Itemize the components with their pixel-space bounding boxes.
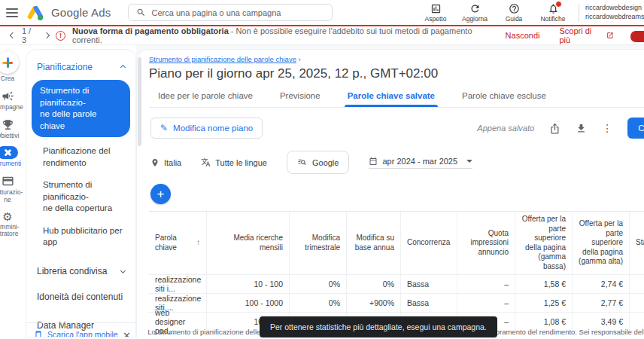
date-range-filter[interactable]: apr 2024 - mar 2025: [369, 157, 472, 169]
brand-title: Google Ads: [51, 6, 111, 19]
tab-saved-keywords[interactable]: Parole chiave salvate: [348, 91, 435, 107]
sidebar-item-performance-planner[interactable]: Pianificazione del rendimento: [26, 140, 135, 174]
sidebar-section-shared-library[interactable]: Libreria condivisa: [26, 260, 135, 282]
rail-create-label: Crea: [1, 75, 14, 83]
header-divider: [579, 4, 579, 22]
sidebar-item-reach-planner[interactable]: Strumento di pianificazio- ne della cope…: [26, 174, 135, 220]
refresh-icon: [469, 3, 481, 14]
banner-next-icon[interactable]: [44, 32, 50, 38]
col-header-ad-status[interactable]: Stato annuncio: [630, 212, 644, 275]
goals-icon: [2, 118, 14, 131]
account-info[interactable]: riccardowebdesign 7 riccardowebdreams: [585, 4, 644, 21]
tab-keyword-ideas[interactable]: Idee per le parole chiave: [158, 91, 253, 107]
sidebar-item-keyword-planner[interactable]: Strumento di pianificazio- ne delle paro…: [32, 80, 130, 137]
date-range-label: apr 2024 - mar 2025: [382, 157, 457, 166]
more-options-icon[interactable]: ⋮: [602, 122, 612, 134]
location-filter[interactable]: Italia: [150, 158, 181, 167]
learn-more-link[interactable]: Scopri di più: [559, 26, 614, 44]
help-button[interactable]: Guida: [494, 3, 533, 23]
col-header-top-bid-high[interactable]: Offerta per la parte superiore della pag…: [573, 212, 630, 275]
sidebar: Pianificazione Strumento di pianificazio…: [26, 45, 136, 337]
language-filter[interactable]: Tutte le lingue: [201, 157, 267, 167]
col-header-impression-share[interactable]: Quota impressioni annuncio: [457, 212, 515, 275]
sidebar-section-planning[interactable]: Pianificazione: [26, 56, 135, 78]
fix-payment-button[interactable]: [630, 31, 644, 42]
download-icon[interactable]: [576, 123, 587, 134]
banner-prev-icon[interactable]: [10, 32, 16, 38]
shared-library-label: Libreria condivisa: [37, 266, 107, 276]
share-icon[interactable]: [549, 123, 560, 134]
col-header-yoy-change[interactable]: Modifica su base annua: [347, 212, 401, 275]
caret-down-icon: [466, 160, 472, 163]
edit-plan-name-button[interactable]: ✎ Modifica nome piano: [150, 118, 263, 139]
nav-rail: Crea Campagne Obiettivi Strumenti Fattur…: [0, 45, 26, 337]
top-app-bar: Google Ads Cerca una pagina o una campag…: [0, 0, 644, 25]
rail-item-admin[interactable]: ⚙ Ammini- stratore: [0, 211, 20, 239]
promo-link[interactable]: Scarica l'app mobile di Google Ads: [47, 330, 118, 337]
close-icon[interactable]: ✕: [123, 330, 131, 337]
account-name: riccardowebdesign 7: [585, 4, 644, 13]
cell-yoy-change: +900%: [347, 294, 401, 313]
network-filter[interactable]: Google: [287, 151, 349, 174]
table-row[interactable]: realizzazione siti i... 10 - 100 0% 0% B…: [149, 275, 644, 294]
sidebar-item-app-hub[interactable]: Hub pubblicitario per app: [26, 220, 135, 254]
global-search-input[interactable]: Cerca una pagina o una campagna: [128, 4, 333, 21]
notifications-button[interactable]: Notifiche: [533, 3, 573, 23]
save-status: Appena salvato: [477, 124, 534, 133]
col-header-top-bid-low[interactable]: Offerta per la parte superiore della pag…: [515, 212, 573, 275]
tools-icon: [0, 146, 18, 159]
sidebar-item-content-suitability[interactable]: Idoneità dei contenuti: [26, 282, 135, 311]
cell-competition: Bassa: [401, 275, 457, 294]
col-header-quarterly-change[interactable]: Modifica trimestrale: [290, 212, 347, 275]
smartphone-icon: [34, 330, 43, 337]
col-header-competition[interactable]: Concorrenza: [401, 212, 457, 275]
billing-icon: [2, 175, 14, 188]
cell-impression-share: –: [457, 294, 515, 313]
rail-item-tools[interactable]: Strumenti: [0, 146, 21, 168]
breadcrumb-link[interactable]: Strumento di pianificazione delle parole…: [149, 55, 296, 63]
translate-icon: [201, 157, 211, 167]
col-header-keyword[interactable]: Parola chiave↑: [149, 212, 207, 275]
cell-avg-searches: 10 - 100: [207, 275, 290, 294]
search-placeholder: Cerca una pagina o una campagna: [152, 8, 281, 17]
scrollbar-thumb[interactable]: [138, 57, 141, 146]
location-filter-label: Italia: [164, 158, 181, 167]
cell-quarterly-change: 0%: [290, 294, 347, 313]
breadcrumb-separator: ›: [299, 55, 301, 63]
col-header-avg-searches[interactable]: Media ricerche mensili: [207, 212, 290, 275]
main-area: Strumento di pianificazione delle parole…: [136, 45, 644, 337]
rail-item-campaigns[interactable]: Campagne: [0, 90, 23, 111]
google-ads-logo-icon: [27, 5, 45, 20]
tab-forecast[interactable]: Previsione: [280, 91, 320, 107]
keywords-table: Parola chiave↑ Media ricerche mensili Mo…: [149, 211, 644, 331]
tab-bar: Idee per le parole chiave Previsione Par…: [149, 91, 644, 108]
cell-top-bid-high: 2,77 €: [573, 294, 630, 313]
campaigns-icon: [2, 90, 14, 102]
cell-avg-searches: 100 - 1000: [207, 294, 290, 313]
rail-item-goals[interactable]: Obiettivi: [0, 118, 19, 140]
cell-impression-share: –: [457, 275, 515, 294]
create-campaign-button[interactable]: Crea campagna: [627, 118, 644, 139]
table-row[interactable]: realizzazione siti ... 100 - 1000 0% +90…: [149, 294, 644, 313]
refresh-button[interactable]: Aggiorna: [455, 3, 494, 23]
learn-more-label: Scopri di più: [559, 26, 603, 44]
account-email: riccardowebdreams: [585, 13, 644, 22]
banner-pager: 1 / 3: [22, 26, 38, 44]
rail-item-billing[interactable]: Fatturazio- ne: [0, 175, 23, 204]
cell-top-bid-high: 2,74 €: [573, 275, 630, 294]
hide-banner-button[interactable]: Nascondi: [506, 31, 540, 40]
sort-asc-icon: ↑: [196, 238, 200, 248]
plan-toolbar: ✎ Modifica nome piano Appena salvato ⋮ C…: [149, 108, 644, 143]
filter-bar: Italia Tutte le lingue Google apr 2024 -…: [149, 143, 644, 180]
add-keywords-button[interactable]: +: [150, 184, 171, 204]
rail-billing-label: Fatturazio- ne: [0, 189, 23, 204]
appearance-button[interactable]: Aspetto: [416, 3, 455, 23]
tab-negative-keywords[interactable]: Parole chiave escluse: [462, 91, 546, 107]
menu-icon[interactable]: [6, 8, 18, 17]
appearance-label: Aspetto: [425, 15, 447, 23]
table-header-row: Parola chiave↑ Media ricerche mensili Mo…: [149, 212, 644, 275]
mobile-app-promo: Scarica l'app mobile di Google Ads ✕: [26, 322, 135, 337]
rail-item-create[interactable]: Crea: [0, 51, 19, 83]
external-link-icon: [606, 32, 614, 39]
cell-keyword: realizzazione siti i...: [149, 275, 207, 294]
